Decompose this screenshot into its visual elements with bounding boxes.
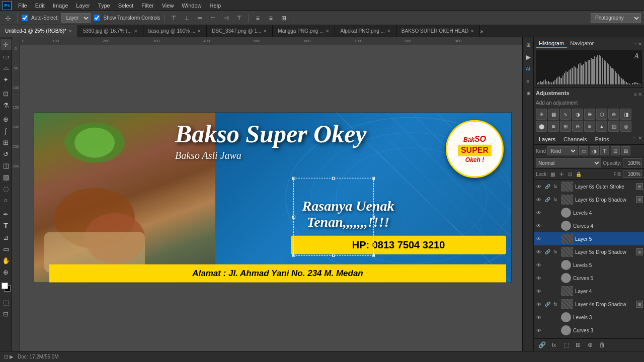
zoom-tool[interactable]: ⊕ xyxy=(1,266,12,278)
layer-row[interactable]: 👁Curves 4 xyxy=(534,219,644,232)
layer-row[interactable]: 👁Curves 3 xyxy=(534,324,644,337)
layer-visibility-icon[interactable]: 👁 xyxy=(535,235,543,243)
panel-btn4[interactable]: ≡ xyxy=(523,75,534,86)
tab-mangga[interactable]: Mangga PNG.png ... ✕ xyxy=(273,25,335,37)
eraser-tool[interactable]: ◫ xyxy=(1,160,12,171)
crop-tool[interactable]: ⊡ xyxy=(1,88,12,99)
adj-posterize-icon[interactable]: ≡ xyxy=(584,121,595,132)
tab-layers[interactable]: Layers xyxy=(536,135,558,143)
adj-levels-icon[interactable]: ▦ xyxy=(548,109,559,120)
tab-channels[interactable]: Channels xyxy=(560,135,590,143)
layer-visibility-icon[interactable]: 👁 xyxy=(535,287,543,295)
layer-visibility-icon[interactable]: 👁 xyxy=(535,326,543,334)
menu-edit[interactable]: Edit xyxy=(31,2,49,10)
adj-invert-icon[interactable]: ⊖ xyxy=(572,121,583,132)
clone-tool[interactable]: ⊞ xyxy=(1,137,12,148)
type-tool[interactable]: T xyxy=(1,220,12,231)
align-left-icon[interactable]: ⊢ xyxy=(208,13,218,23)
hand-tool[interactable]: ✋ xyxy=(1,255,12,266)
layer-row[interactable]: 👁🔗fxLayer 4s Drop Shadow⊞ xyxy=(534,298,644,311)
filter-pixel-icon[interactable]: ▭ xyxy=(579,146,588,155)
pen-tool[interactable]: ✒ xyxy=(1,209,12,220)
tab-histogram[interactable]: Histogram xyxy=(536,39,567,48)
menu-layer[interactable]: Layer xyxy=(72,2,94,10)
tab-navigator[interactable]: Navigator xyxy=(567,39,597,48)
play-btn[interactable]: ▶ xyxy=(523,51,534,62)
menu-select[interactable]: Select xyxy=(114,2,138,10)
history-brush-tool[interactable]: ↺ xyxy=(1,148,12,159)
show-transform-checkbox[interactable] xyxy=(94,15,100,21)
adj-brightness-icon[interactable]: ☀ xyxy=(536,109,547,120)
layer-row[interactable]: 👁🔗fxLayer 5s Drop Shadow⊞ xyxy=(534,245,644,258)
layer-visibility-icon[interactable]: 👁 xyxy=(535,300,543,308)
layer-row[interactable]: 👁Levels 5 xyxy=(534,258,644,272)
auto-select-checkbox[interactable] xyxy=(22,15,28,21)
properties-btn[interactable]: ⊞ xyxy=(523,39,534,50)
histogram-close-btn[interactable]: ✕ xyxy=(638,41,642,47)
fill-input[interactable] xyxy=(623,170,642,178)
dodge-tool[interactable]: ○ xyxy=(1,195,12,206)
canvas-nav-btn[interactable]: ⊡ ▶ xyxy=(4,354,14,359)
filter-shape-icon[interactable]: ⊡ xyxy=(611,146,620,155)
align-bottom-icon[interactable]: ⊨ xyxy=(195,13,205,23)
distribute-icon[interactable]: ≡ xyxy=(253,13,263,23)
tab-close-icon[interactable]: ✕ xyxy=(197,29,201,34)
ai-btn[interactable]: AI xyxy=(523,63,534,74)
layer-row[interactable]: 👁Levels 4 xyxy=(534,206,644,219)
layer-visibility-icon[interactable]: 👁 xyxy=(535,222,543,230)
adj-close-btn[interactable]: ✕ xyxy=(638,92,642,97)
shape-tool[interactable]: ▭ xyxy=(1,243,12,254)
adj-photofilter-icon[interactable]: ⬤ xyxy=(536,121,547,132)
canvas-area[interactable]: 0 100 200 300 400 500 600 700 800 900 0 … xyxy=(12,37,533,351)
tab-alpokat[interactable]: Alpokat PNG.png ... ✕ xyxy=(335,25,396,37)
adj-colorlookup-icon[interactable]: ⊞ xyxy=(560,121,571,132)
tab-untitled[interactable]: Untitled-1 @ 25% (RGB/8)* ✕ xyxy=(0,25,78,37)
adj-vibrance-icon[interactable]: ❋ xyxy=(584,109,595,120)
adj-menu-btn[interactable]: ≡ xyxy=(634,92,637,97)
tab-close-icon[interactable]: ✕ xyxy=(68,29,72,34)
align-center-icon[interactable]: ⊣ xyxy=(221,13,231,23)
distribute3-icon[interactable]: ⊞ xyxy=(279,13,289,23)
histogram-menu-btn[interactable]: ≡ xyxy=(634,41,637,47)
layer-row[interactable]: 👁🔗fxLayer 6s Drop Shadow⊞ xyxy=(534,193,644,206)
adj-bw-icon[interactable]: ◨ xyxy=(620,109,631,120)
add-mask-btn[interactable]: ⬚ xyxy=(561,340,571,349)
layer-row[interactable]: 👁Layer 4 xyxy=(534,285,644,298)
adj-gradient-icon[interactable]: ▨ xyxy=(608,121,619,132)
lock-all-icon[interactable]: 🔒 xyxy=(575,170,582,177)
adj-selectivecolor-icon[interactable]: ◎ xyxy=(620,121,631,132)
layer-row[interactable]: 👁Layer 5 xyxy=(534,232,644,245)
gradient-tool[interactable]: ▨ xyxy=(1,171,12,183)
magic-wand-tool[interactable]: ✦ xyxy=(1,74,12,85)
layer-visibility-icon[interactable]: 👁 xyxy=(535,261,543,269)
layer-row[interactable]: 👁🔗fxLayer 6s Outer Stroke⊞ xyxy=(534,180,644,193)
layer-visibility-icon[interactable]: 👁 xyxy=(535,183,543,191)
menu-filter[interactable]: Filter xyxy=(137,2,157,10)
tab-baso[interactable]: baso.png @ 100% ... ✕ xyxy=(143,25,207,37)
menu-help[interactable]: Help xyxy=(205,2,225,10)
menu-view[interactable]: View xyxy=(158,2,178,10)
adj-colorbalance-icon[interactable]: ⊕ xyxy=(608,109,619,120)
filter-smart-icon[interactable]: ⊞ xyxy=(621,146,630,155)
screen-mode-tool[interactable]: ⊡ xyxy=(1,308,12,319)
layer-row[interactable]: 👁Curves 5 xyxy=(534,272,644,285)
tab-bakso[interactable]: BAKSO SUPER OKEH HEAD ✕ xyxy=(396,25,480,37)
tab-paths[interactable]: Paths xyxy=(592,135,612,143)
eyedropper-tool[interactable]: ⚗ xyxy=(1,100,12,111)
adj-exposure-icon[interactable]: ◑ xyxy=(572,109,583,120)
delete-layer-btn[interactable]: 🗑 xyxy=(597,340,607,349)
lock-position-icon[interactable]: ✛ xyxy=(558,170,565,177)
tab-dsc[interactable]: DSC_3347.png @ 1... ✕ xyxy=(207,25,273,37)
blur-tool[interactable]: ◌ xyxy=(1,183,12,194)
lock-pixels-icon[interactable]: ▩ xyxy=(549,170,556,177)
menu-image[interactable]: Image xyxy=(49,2,72,10)
panel-btn5[interactable]: ⊕ xyxy=(523,87,534,99)
lock-artboard-icon[interactable]: ⊡ xyxy=(567,170,574,177)
adj-threshold-icon[interactable]: ▲ xyxy=(596,121,607,132)
tab-overflow[interactable]: » xyxy=(480,28,483,34)
lasso-tool[interactable]: ⌓ xyxy=(1,62,12,73)
menu-window[interactable]: Window xyxy=(178,2,205,10)
marquee-tool[interactable]: ▭ xyxy=(1,51,12,62)
brush-tool[interactable]: ∫ xyxy=(1,125,12,136)
layer-row[interactable]: 👁Levels 3 xyxy=(534,311,644,324)
